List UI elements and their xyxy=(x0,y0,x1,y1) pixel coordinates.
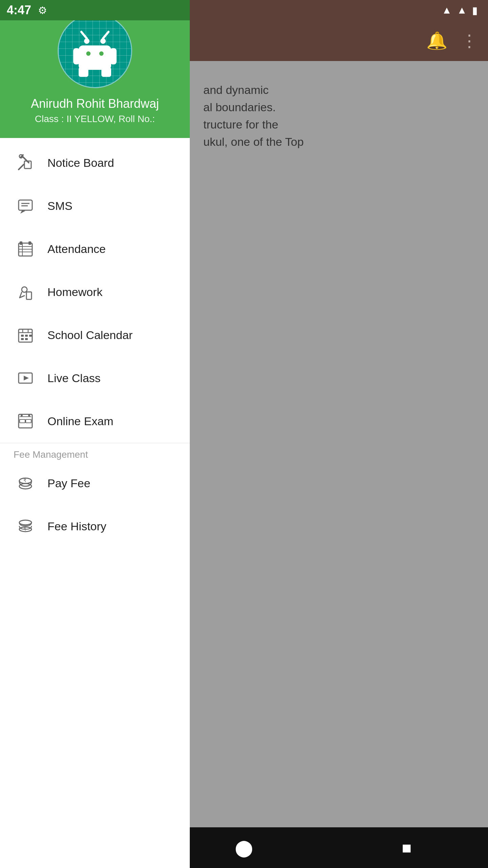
user-name: Anirudh Rohit Bhardwaj xyxy=(31,97,159,111)
content-area: and dynamical boundaries.tructure for th… xyxy=(190,61,488,827)
topbar-right: 🔔 ⋮ xyxy=(190,20,488,61)
svg-rect-27 xyxy=(26,292,32,299)
notice-board-icon xyxy=(14,151,37,175)
android-logo xyxy=(68,24,122,78)
svg-marker-41 xyxy=(24,376,29,380)
menu-item-online-exam[interactable]: Online Exam xyxy=(0,400,190,443)
sms-icon xyxy=(14,194,37,218)
svg-rect-6 xyxy=(101,67,111,77)
settings-icon[interactable]: ⚙ xyxy=(38,4,47,16)
svg-rect-37 xyxy=(21,338,24,340)
svg-point-47 xyxy=(28,414,30,416)
homework-label: Homework xyxy=(47,285,102,299)
svg-rect-5 xyxy=(79,67,88,77)
svg-rect-0 xyxy=(79,45,111,70)
online-exam-label: Online Exam xyxy=(47,415,114,428)
status-bar-right: ▲ ▲ ▮ xyxy=(190,0,488,20)
more-options-icon[interactable]: ⋮ xyxy=(461,31,478,51)
menu-item-fee-history[interactable]: ₹ Fee History xyxy=(0,505,190,548)
sms-label: SMS xyxy=(47,199,73,213)
svg-rect-25 xyxy=(20,241,22,245)
content-text: and dynamical boundaries.tructure for th… xyxy=(203,81,474,151)
notification-icon[interactable]: 🔔 xyxy=(426,31,447,51)
home-button[interactable]: ⬤ xyxy=(230,834,258,861)
navigation-drawer: Anirudh Rohit Bhardwaj Class : II YELLOW… xyxy=(0,0,190,868)
svg-point-10 xyxy=(99,52,104,56)
wifi-icon: ▲ xyxy=(442,4,452,16)
menu-item-attendance[interactable]: Attendance xyxy=(0,228,190,271)
svg-rect-3 xyxy=(73,48,80,64)
svg-rect-36 xyxy=(25,335,28,337)
menu-item-notice-board[interactable]: Notice Board xyxy=(0,141,190,184)
svg-rect-26 xyxy=(28,241,31,245)
attendance-icon xyxy=(14,237,37,261)
fee-section-title: Fee Management xyxy=(14,449,88,460)
fee-management-section: Fee Management xyxy=(0,443,190,462)
battery-icon: ▮ xyxy=(472,4,478,16)
svg-rect-4 xyxy=(110,48,117,64)
attendance-label: Attendance xyxy=(47,242,106,256)
status-icons: ▲ ▲ ▮ xyxy=(442,4,478,16)
svg-point-28 xyxy=(22,287,27,292)
svg-point-9 xyxy=(86,52,90,56)
svg-rect-39 xyxy=(29,335,32,337)
fee-history-icon: ₹ xyxy=(14,514,37,538)
svg-point-51 xyxy=(19,520,32,525)
menu-list: Notice Board SMS xyxy=(0,138,190,868)
status-time: 4:47 xyxy=(7,3,31,17)
svg-text:₹: ₹ xyxy=(23,478,26,483)
live-class-icon xyxy=(14,366,37,390)
menu-item-live-class[interactable]: Live Class xyxy=(0,357,190,400)
school-calendar-icon xyxy=(14,323,37,347)
online-exam-icon xyxy=(14,409,37,433)
live-class-label: Live Class xyxy=(47,372,101,385)
menu-item-school-calendar[interactable]: School Calendar xyxy=(0,314,190,357)
svg-rect-16 xyxy=(19,200,32,210)
svg-line-8 xyxy=(103,32,108,38)
signal-icon: ▲ xyxy=(457,4,467,16)
status-bar-left: 4:47 ⚙ xyxy=(0,0,190,20)
recent-apps-button[interactable]: ■ xyxy=(393,834,420,861)
pay-fee-icon: ₹ xyxy=(14,471,37,495)
svg-rect-38 xyxy=(25,338,28,340)
drawer-header: Anirudh Rohit Bhardwaj Class : II YELLOW… xyxy=(0,0,190,138)
user-class: Class : II YELLOW, Roll No.: xyxy=(35,114,155,124)
svg-line-14 xyxy=(19,164,24,170)
fee-history-label: Fee History xyxy=(47,520,106,533)
svg-line-7 xyxy=(81,32,87,38)
svg-point-46 xyxy=(21,414,23,416)
svg-rect-35 xyxy=(21,335,24,337)
menu-item-sms[interactable]: SMS xyxy=(0,184,190,228)
menu-item-homework[interactable]: Homework xyxy=(0,271,190,314)
homework-icon xyxy=(14,280,37,304)
notice-board-label: Notice Board xyxy=(47,156,114,170)
svg-rect-44 xyxy=(26,419,31,423)
menu-item-pay-fee[interactable]: ₹ Pay Fee xyxy=(0,462,190,505)
pay-fee-label: Pay Fee xyxy=(47,477,90,490)
avatar xyxy=(58,14,132,88)
svg-text:₹: ₹ xyxy=(23,527,26,532)
svg-rect-43 xyxy=(20,419,25,423)
school-calendar-label: School Calendar xyxy=(47,329,133,342)
